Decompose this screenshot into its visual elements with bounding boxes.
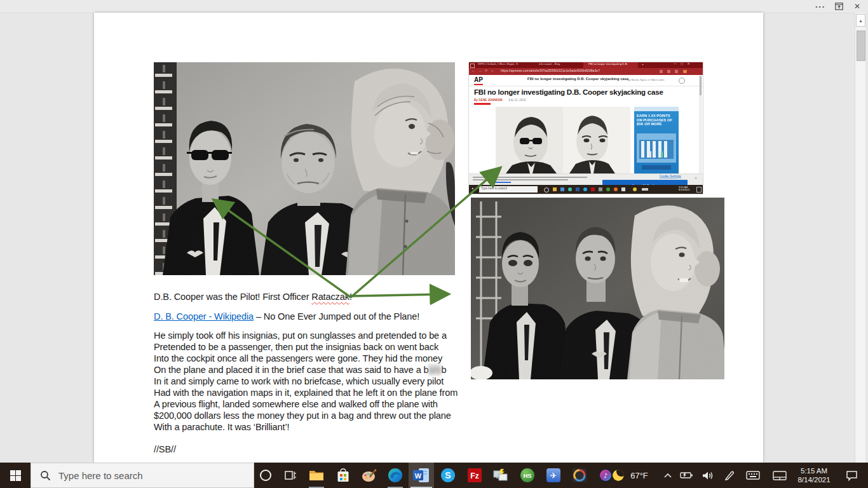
- cookie-banner: Cookie Settings Accept All Cookies ✕: [469, 173, 703, 186]
- airplane-icon: ✈: [546, 468, 561, 483]
- doc-line-censored: On the plane and placed it in the brief …: [154, 364, 458, 376]
- start-button[interactable]: [0, 463, 31, 488]
- ap-logo[interactable]: AP: [474, 76, 483, 85]
- cookie-close-icon[interactable]: ✕: [695, 177, 697, 180]
- embedded-clock: 3:55 AM8/13/2021: [679, 186, 690, 191]
- embedded-search-box: Type here to search: [479, 186, 538, 193]
- microsoft-store-icon: [337, 468, 349, 482]
- paint-palette-icon: [362, 468, 377, 482]
- ad-cta-button[interactable]: [642, 165, 671, 170]
- browser-window-controls[interactable]: — ▢ ✕: [674, 62, 691, 65]
- skype-button[interactable]: S: [435, 463, 461, 488]
- doc-line: He simply took off his insignias, put on…: [154, 330, 458, 341]
- addressbar-icon[interactable]: [660, 70, 663, 73]
- ap-header-title: FBI no longer investigating D.B. Cooper …: [527, 77, 628, 81]
- browser-tab[interactable]: d.b cooper - Bing: [539, 62, 560, 65]
- ribbon-box-arrow-icon: [835, 3, 843, 10]
- touchpad-tray-button[interactable]: [768, 463, 792, 488]
- ad-banner[interactable]: EARN 1.5X POINTSON PURCHASES OF$5K OR MO…: [634, 107, 679, 173]
- doc-line: $200,000 dollars less the money they put…: [154, 410, 458, 421]
- scroll-up-button[interactable]: ▲: [856, 14, 865, 27]
- ap-news-screenshot[interactable]: WFH | Outlook, Office, Skype, Tr d.b coo…: [469, 62, 703, 194]
- doc-line: In it and simply came to work with no br…: [154, 376, 458, 387]
- browser-app-icon: [470, 64, 475, 68]
- task-view-button[interactable]: [278, 463, 302, 488]
- crew-photo-large[interactable]: [154, 62, 455, 275]
- doc-line: With a parachute. It was ‘Brilliant’!: [154, 421, 458, 433]
- travel-app-button[interactable]: ✈: [541, 463, 566, 488]
- ap-nav-links[interactable]: Top Stories Topics ∨ Video Listen: [627, 78, 664, 81]
- ap-red-rule: [474, 103, 491, 105]
- privacy-policy-link[interactable]: [494, 182, 511, 183]
- svg-text:HS: HS: [523, 472, 531, 479]
- wikipedia-link[interactable]: D. B. Cooper - Wikipedia: [154, 311, 254, 322]
- addressbar-icon[interactable]: [667, 70, 670, 73]
- word-icon: W: [413, 468, 430, 483]
- new-tab-icon[interactable]: +: [642, 62, 644, 66]
- svg-text:W: W: [415, 472, 422, 480]
- doc-line: A previous flight, landed somewhere else…: [154, 398, 458, 410]
- desktop-screen: ··· ✕ ▲: [0, 0, 868, 488]
- close-window-icon[interactable]: ✕: [850, 1, 864, 11]
- adobe-cc-button[interactable]: [567, 463, 592, 488]
- ap-search-icon[interactable]: [679, 78, 685, 84]
- chevron-up-icon: [664, 473, 672, 478]
- doc-link-line: D. B. Cooper - Wikipedia – No One Ever J…: [154, 311, 419, 322]
- misspelled-word: Rataczak: [311, 292, 349, 302]
- windows-logo-icon: [10, 470, 21, 481]
- word-titlebar: ··· ✕: [0, 0, 868, 13]
- crew-photo-small[interactable]: [471, 198, 724, 379]
- word-button-active[interactable]: W: [409, 463, 434, 488]
- addressbar-icon[interactable]: [675, 70, 678, 73]
- ap-byline: By GENE JOHNSON: [474, 98, 503, 102]
- windows-ink-tray-button[interactable]: [719, 463, 740, 488]
- moon-icon: [613, 470, 624, 481]
- cortana-icon: [260, 470, 271, 481]
- embedded-action-center: [696, 187, 702, 193]
- remote-desktop-icon: [493, 468, 508, 482]
- browser-tab[interactable]: WFH | Outlook, Office, Skype, Tr: [478, 62, 519, 65]
- cookie-settings-link[interactable]: Cookie Settings: [660, 175, 681, 178]
- search-icon: [40, 470, 51, 481]
- keyboard-icon: [746, 471, 760, 480]
- file-explorer-button[interactable]: [304, 463, 329, 488]
- url-text[interactable]: https://apnews.com/article/3f7ad355f9132…: [501, 69, 600, 72]
- ad-text: EARN 1.5X POINTSON PURCHASES OF$5K OR MO…: [637, 114, 672, 126]
- filezilla-button[interactable]: Fz: [462, 463, 487, 488]
- microsoft-store-button[interactable]: [330, 463, 356, 488]
- hostscan-button[interactable]: HS: [515, 463, 540, 488]
- ap-site-header: AP FBI no longer investigating D.B. Coop…: [469, 75, 703, 86]
- ribbon-display-icon[interactable]: [832, 1, 845, 11]
- cortana-button[interactable]: [254, 463, 277, 488]
- vertical-scrollbar[interactable]: ▲: [855, 13, 865, 463]
- temperature-label: 67°F: [630, 471, 648, 480]
- battery-tray-button[interactable]: [676, 463, 696, 488]
- show-hidden-icons-button[interactable]: [660, 463, 676, 488]
- speaker-icon: [702, 471, 714, 480]
- browser-profile-icon[interactable]: [683, 70, 687, 73]
- doc-line: Into the cockpit once all the passengers…: [154, 353, 458, 364]
- browser-tab-active[interactable]: FBI no longer investigating D.B.: [583, 62, 638, 68]
- embedded-start-icon: [472, 188, 475, 191]
- edge-icon: [388, 468, 403, 483]
- svg-text:Fz: Fz: [470, 471, 478, 480]
- taskbar-search-box[interactable]: Type here to search: [31, 463, 254, 488]
- more-options-icon[interactable]: ···: [812, 1, 829, 11]
- taskbar-clock[interactable]: 5:15 AM 8/14/2021: [793, 463, 835, 488]
- browser-nav-icons[interactable]: ← → ⟳ ⌂: [471, 69, 494, 72]
- ap-page-scrollbar[interactable]: [699, 75, 702, 173]
- action-center-button[interactable]: [837, 463, 865, 488]
- touch-keyboard-tray-button[interactable]: [741, 463, 765, 488]
- doc-line: Pretended to be a passenger, then put th…: [154, 341, 458, 353]
- ap-browser-tabbar: WFH | Outlook, Office, Skype, Tr d.b coo…: [469, 62, 703, 68]
- scrollbar-thumb[interactable]: [857, 30, 865, 61]
- paint-button[interactable]: [356, 463, 382, 488]
- remote-desktop-button[interactable]: [488, 463, 513, 488]
- accept-cookies-button[interactable]: Accept All Cookies: [602, 180, 688, 185]
- active-tab-label: FBI no longer investigating D.B.: [588, 62, 628, 65]
- pen-icon: [724, 470, 735, 480]
- weather-tray-button[interactable]: 67°F: [604, 463, 657, 488]
- skype-icon: S: [440, 468, 456, 483]
- edge-button[interactable]: [383, 463, 408, 488]
- volume-tray-button[interactable]: [698, 463, 718, 488]
